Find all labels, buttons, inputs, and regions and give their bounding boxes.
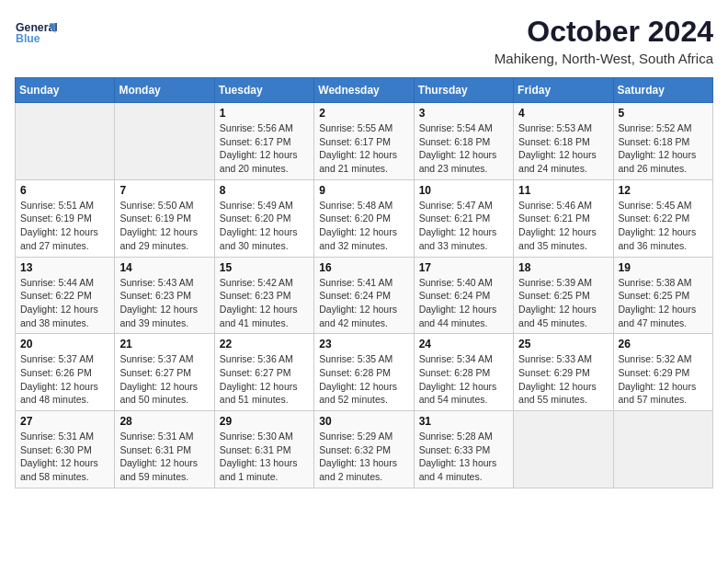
cell-sun-info: Sunrise: 5:45 AMSunset: 6:22 PMDaylight:…	[619, 199, 708, 253]
cell-day-number: 24	[419, 338, 508, 350]
calendar-table: SundayMondayTuesdayWednesdayThursdayFrid…	[15, 77, 713, 488]
day-header-monday: Monday	[115, 78, 214, 103]
logo-svg: General Blue	[15, 15, 61, 52]
calendar-cell: 23Sunrise: 5:35 AMSunset: 6:28 PMDayligh…	[314, 334, 414, 411]
calendar-cell: 25Sunrise: 5:33 AMSunset: 6:29 PMDayligh…	[514, 334, 613, 411]
calendar-cell: 31Sunrise: 5:28 AMSunset: 6:33 PMDayligh…	[414, 411, 513, 488]
cell-sun-info: Sunrise: 5:50 AMSunset: 6:19 PMDaylight:…	[119, 199, 209, 253]
calendar-cell: 9Sunrise: 5:48 AMSunset: 6:20 PMDaylight…	[314, 179, 414, 257]
cell-day-number: 13	[20, 261, 109, 274]
cell-sun-info: Sunrise: 5:55 AMSunset: 6:17 PMDaylight:…	[319, 121, 408, 176]
calendar-cell: 21Sunrise: 5:37 AMSunset: 6:27 PMDayligh…	[115, 334, 214, 411]
cell-sun-info: Sunrise: 5:40 AMSunset: 6:24 PMDaylight:…	[419, 276, 508, 330]
calendar-cell: 11Sunrise: 5:46 AMSunset: 6:21 PMDayligh…	[514, 179, 613, 257]
cell-sun-info: Sunrise: 5:56 AMSunset: 6:17 PMDaylight:…	[220, 121, 309, 176]
calendar-subtitle: Mahikeng, North-West, South Africa	[495, 51, 713, 66]
calendar-cell: 26Sunrise: 5:32 AMSunset: 6:29 PMDayligh…	[613, 334, 712, 411]
calendar-cell: 29Sunrise: 5:30 AMSunset: 6:31 PMDayligh…	[214, 411, 313, 488]
calendar-week-4: 20Sunrise: 5:37 AMSunset: 6:26 PMDayligh…	[16, 334, 713, 411]
cell-day-number: 18	[518, 261, 608, 274]
cell-sun-info: Sunrise: 5:54 AMSunset: 6:18 PMDaylight:…	[419, 121, 508, 176]
cell-day-number: 26	[619, 338, 708, 350]
calendar-cell: 7Sunrise: 5:50 AMSunset: 6:19 PMDaylight…	[115, 179, 214, 257]
calendar-cell: 19Sunrise: 5:38 AMSunset: 6:25 PMDayligh…	[613, 257, 712, 334]
cell-sun-info: Sunrise: 5:34 AMSunset: 6:28 PMDaylight:…	[419, 352, 508, 407]
day-header-saturday: Saturday	[613, 78, 712, 103]
cell-day-number: 7	[119, 184, 209, 197]
cell-sun-info: Sunrise: 5:46 AMSunset: 6:21 PMDaylight:…	[518, 199, 608, 253]
calendar-cell	[115, 103, 214, 180]
calendar-header-row: SundayMondayTuesdayWednesdayThursdayFrid…	[16, 78, 713, 103]
calendar-week-2: 6Sunrise: 5:51 AMSunset: 6:19 PMDaylight…	[16, 179, 713, 257]
calendar-title: October 2024	[495, 15, 713, 49]
cell-day-number: 28	[119, 415, 209, 428]
cell-day-number: 3	[419, 107, 508, 120]
calendar-cell: 6Sunrise: 5:51 AMSunset: 6:19 PMDaylight…	[16, 179, 115, 257]
day-header-friday: Friday	[514, 78, 613, 103]
cell-day-number: 8	[220, 184, 309, 197]
cell-sun-info: Sunrise: 5:48 AMSunset: 6:20 PMDaylight:…	[319, 199, 408, 253]
cell-sun-info: Sunrise: 5:53 AMSunset: 6:18 PMDaylight:…	[518, 121, 608, 176]
day-header-sunday: Sunday	[16, 78, 115, 103]
cell-sun-info: Sunrise: 5:29 AMSunset: 6:32 PMDaylight:…	[319, 430, 408, 484]
cell-sun-info: Sunrise: 5:28 AMSunset: 6:33 PMDaylight:…	[419, 430, 508, 484]
calendar-cell: 16Sunrise: 5:41 AMSunset: 6:24 PMDayligh…	[314, 257, 414, 334]
calendar-week-1: 1Sunrise: 5:56 AMSunset: 6:17 PMDaylight…	[16, 103, 713, 180]
cell-day-number: 20	[20, 338, 109, 350]
cell-day-number: 2	[319, 107, 408, 120]
calendar-cell: 8Sunrise: 5:49 AMSunset: 6:20 PMDaylight…	[214, 179, 313, 257]
cell-day-number: 15	[220, 261, 309, 274]
cell-sun-info: Sunrise: 5:52 AMSunset: 6:18 PMDaylight:…	[619, 121, 708, 176]
cell-sun-info: Sunrise: 5:32 AMSunset: 6:29 PMDaylight:…	[619, 352, 708, 407]
cell-sun-info: Sunrise: 5:35 AMSunset: 6:28 PMDaylight:…	[319, 352, 408, 407]
cell-day-number: 22	[220, 338, 309, 350]
cell-day-number: 10	[419, 184, 508, 197]
calendar-cell: 14Sunrise: 5:43 AMSunset: 6:23 PMDayligh…	[115, 257, 214, 334]
cell-day-number: 23	[319, 338, 408, 350]
cell-sun-info: Sunrise: 5:49 AMSunset: 6:20 PMDaylight:…	[220, 199, 309, 253]
logo: General Blue	[15, 15, 61, 52]
day-header-wednesday: Wednesday	[314, 78, 414, 103]
cell-sun-info: Sunrise: 5:44 AMSunset: 6:22 PMDaylight:…	[20, 276, 109, 330]
cell-sun-info: Sunrise: 5:30 AMSunset: 6:31 PMDaylight:…	[220, 430, 309, 484]
svg-text:Blue: Blue	[16, 32, 40, 45]
cell-sun-info: Sunrise: 5:38 AMSunset: 6:25 PMDaylight:…	[619, 276, 708, 330]
cell-day-number: 4	[518, 107, 608, 120]
cell-day-number: 19	[619, 261, 708, 274]
calendar-cell: 17Sunrise: 5:40 AMSunset: 6:24 PMDayligh…	[414, 257, 513, 334]
cell-day-number: 21	[119, 338, 209, 350]
cell-day-number: 12	[619, 184, 708, 197]
cell-sun-info: Sunrise: 5:39 AMSunset: 6:25 PMDaylight:…	[518, 276, 608, 330]
calendar-cell: 2Sunrise: 5:55 AMSunset: 6:17 PMDaylight…	[314, 103, 414, 180]
calendar-cell: 5Sunrise: 5:52 AMSunset: 6:18 PMDaylight…	[613, 103, 712, 180]
calendar-cell: 27Sunrise: 5:31 AMSunset: 6:30 PMDayligh…	[16, 411, 115, 488]
cell-day-number: 29	[220, 415, 309, 428]
page-header: General Blue October 2024 Mahikeng, Nort…	[15, 15, 713, 66]
cell-sun-info: Sunrise: 5:43 AMSunset: 6:23 PMDaylight:…	[119, 276, 209, 330]
cell-day-number: 17	[419, 261, 508, 274]
cell-sun-info: Sunrise: 5:33 AMSunset: 6:29 PMDaylight:…	[518, 352, 608, 407]
calendar-cell: 15Sunrise: 5:42 AMSunset: 6:23 PMDayligh…	[214, 257, 313, 334]
calendar-cell: 1Sunrise: 5:56 AMSunset: 6:17 PMDaylight…	[214, 103, 313, 180]
calendar-cell: 22Sunrise: 5:36 AMSunset: 6:27 PMDayligh…	[214, 334, 313, 411]
cell-sun-info: Sunrise: 5:37 AMSunset: 6:26 PMDaylight:…	[20, 352, 109, 407]
cell-sun-info: Sunrise: 5:41 AMSunset: 6:24 PMDaylight:…	[319, 276, 408, 330]
calendar-cell: 4Sunrise: 5:53 AMSunset: 6:18 PMDaylight…	[514, 103, 613, 180]
cell-day-number: 31	[419, 415, 508, 428]
cell-day-number: 9	[319, 184, 408, 197]
cell-day-number: 6	[20, 184, 109, 197]
calendar-cell	[613, 411, 712, 488]
calendar-cell: 24Sunrise: 5:34 AMSunset: 6:28 PMDayligh…	[414, 334, 513, 411]
calendar-cell: 3Sunrise: 5:54 AMSunset: 6:18 PMDaylight…	[414, 103, 513, 180]
cell-day-number: 14	[119, 261, 209, 274]
cell-sun-info: Sunrise: 5:51 AMSunset: 6:19 PMDaylight:…	[20, 199, 109, 253]
cell-day-number: 25	[518, 338, 608, 350]
calendar-cell: 12Sunrise: 5:45 AMSunset: 6:22 PMDayligh…	[613, 179, 712, 257]
day-header-tuesday: Tuesday	[214, 78, 313, 103]
cell-day-number: 27	[20, 415, 109, 428]
calendar-cell: 30Sunrise: 5:29 AMSunset: 6:32 PMDayligh…	[314, 411, 414, 488]
cell-sun-info: Sunrise: 5:31 AMSunset: 6:31 PMDaylight:…	[119, 430, 209, 484]
cell-day-number: 5	[619, 107, 708, 120]
calendar-cell: 13Sunrise: 5:44 AMSunset: 6:22 PMDayligh…	[16, 257, 115, 334]
cell-day-number: 16	[319, 261, 408, 274]
